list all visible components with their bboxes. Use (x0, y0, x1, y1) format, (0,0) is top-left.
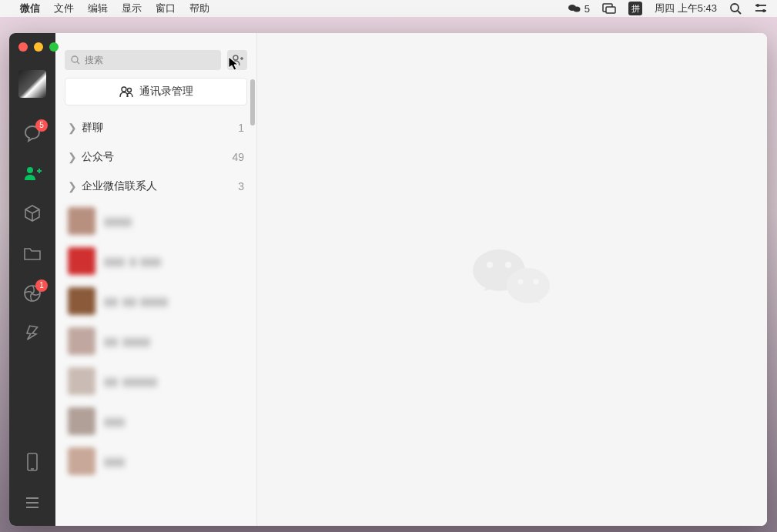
contact-avatar (68, 287, 95, 315)
menu-view[interactable]: 显示 (122, 2, 142, 15)
svg-point-30 (518, 279, 524, 285)
collections-icon[interactable] (22, 202, 43, 224)
status-datetime[interactable]: 周四 上午5:43 (655, 2, 717, 15)
svg-point-24 (122, 87, 126, 92)
detail-pane (257, 33, 767, 526)
mac-menubar: 微信 文件 编辑 显示 窗口 帮助 5 拼 周四 上午5:43 (0, 0, 777, 17)
contact-name: ▮▮▮▮ (105, 216, 132, 227)
contact-name: ▮▮ ▮▮ ▮▮▮▮ (105, 296, 169, 307)
contact-avatar (68, 247, 95, 275)
search-placeholder: 搜索 (85, 54, 103, 67)
status-wechat-icon[interactable]: 5 (568, 3, 590, 15)
contact-avatar (68, 367, 95, 395)
menu-window[interactable]: 窗口 (156, 2, 176, 15)
svg-point-1 (573, 7, 580, 12)
people-icon (119, 85, 133, 98)
close-button[interactable] (18, 42, 28, 52)
contact-name: ▮▮ ▮▮▮▮ (105, 336, 151, 347)
moments-icon[interactable]: 1 (22, 283, 43, 304)
moments-badge: 1 (35, 279, 48, 292)
zoom-button[interactable] (49, 42, 59, 52)
svg-rect-3 (606, 7, 615, 13)
status-screen-icon[interactable] (602, 3, 616, 14)
contact-avatar (68, 327, 95, 355)
menu-file[interactable]: 文件 (54, 2, 74, 15)
contact-row[interactable]: ▮▮▮▮ (55, 201, 256, 241)
miniprogram-icon[interactable] (22, 323, 43, 344)
traffic-lights (18, 42, 59, 52)
svg-point-7 (756, 4, 759, 7)
contact-name: ▮▮▮ (105, 416, 126, 427)
contact-row[interactable]: ▮▮ ▮▮▮▮ (55, 321, 256, 361)
search-icon (71, 55, 80, 65)
user-avatar[interactable] (18, 70, 46, 98)
contact-row[interactable]: ▮▮▮ ▮ ▮▮▮ (55, 241, 256, 281)
contact-avatar (68, 407, 95, 435)
chats-badge: 5 (35, 119, 48, 132)
wechat-logo-icon (470, 243, 554, 316)
contact-row[interactable]: ▮▮▮ (55, 401, 256, 441)
contacts-icon[interactable] (22, 162, 43, 184)
contact-name: ▮▮▮ (105, 456, 126, 467)
contact-name: ▮▮▮ ▮ ▮▮▮ (105, 256, 162, 267)
chevron-right-icon: ❯ (68, 151, 74, 163)
svg-point-10 (27, 167, 33, 173)
svg-point-31 (534, 279, 539, 285)
status-ime-badge[interactable]: 拼 (628, 2, 642, 15)
svg-point-4 (731, 4, 738, 12)
svg-point-27 (487, 262, 493, 268)
svg-line-5 (738, 11, 741, 14)
menu-icon[interactable] (22, 492, 43, 514)
contacts-sidebar: 搜索 通讯录管理 ❯ 群聊 1 ❯ 公众号 49 ❯ 企业微信联系人 3 ▮▮▮… (55, 33, 257, 526)
contacts-list[interactable]: ▮▮▮▮▮▮▮ ▮ ▮▮▮▮▮ ▮▮ ▮▮▮▮▮▮ ▮▮▮▮▮▮ ▮▮▮▮▮▮▮… (55, 201, 256, 526)
section-work-contacts[interactable]: ❯ 企业微信联系人 3 (55, 172, 256, 201)
phone-icon[interactable] (22, 452, 43, 473)
svg-point-25 (127, 89, 131, 92)
add-friend-button[interactable] (227, 50, 247, 70)
svg-point-29 (507, 268, 550, 303)
search-input[interactable]: 搜索 (65, 50, 221, 70)
contact-avatar (68, 447, 95, 475)
scrollbar[interactable] (250, 79, 255, 125)
menu-app[interactable]: 微信 (20, 2, 40, 15)
status-control-center-icon[interactable] (754, 3, 768, 14)
section-official-accounts[interactable]: ❯ 公众号 49 (55, 142, 256, 172)
contact-avatar (68, 207, 95, 235)
chevron-right-icon: ❯ (68, 122, 74, 134)
menu-edit[interactable]: 编辑 (88, 2, 108, 15)
svg-point-19 (72, 56, 78, 62)
contact-name: ▮▮ ▮▮▮▮▮ (105, 376, 158, 387)
svg-point-28 (505, 262, 511, 268)
contact-row[interactable]: ▮▮▮ (55, 441, 256, 481)
wechat-window: 5 1 搜索 (9, 33, 767, 526)
left-rail: 5 1 (9, 33, 55, 526)
minimize-button[interactable] (34, 42, 43, 52)
svg-line-20 (77, 62, 79, 64)
menu-help[interactable]: 帮助 (189, 2, 209, 15)
manage-contacts-button[interactable]: 通讯录管理 (65, 78, 247, 105)
chats-icon[interactable]: 5 (22, 122, 43, 144)
status-ime-count: 5 (584, 3, 590, 15)
manage-label: 通讯录管理 (139, 85, 193, 99)
files-icon[interactable] (22, 243, 43, 264)
chevron-right-icon: ❯ (68, 180, 74, 192)
svg-rect-14 (28, 453, 37, 470)
status-search-icon[interactable] (729, 2, 742, 15)
contact-row[interactable]: ▮▮ ▮▮ ▮▮▮▮ (55, 281, 256, 321)
contact-row[interactable]: ▮▮ ▮▮▮▮▮ (55, 361, 256, 401)
svg-point-9 (762, 9, 765, 12)
svg-point-21 (233, 55, 238, 60)
section-group-chats[interactable]: ❯ 群聊 1 (55, 113, 256, 142)
